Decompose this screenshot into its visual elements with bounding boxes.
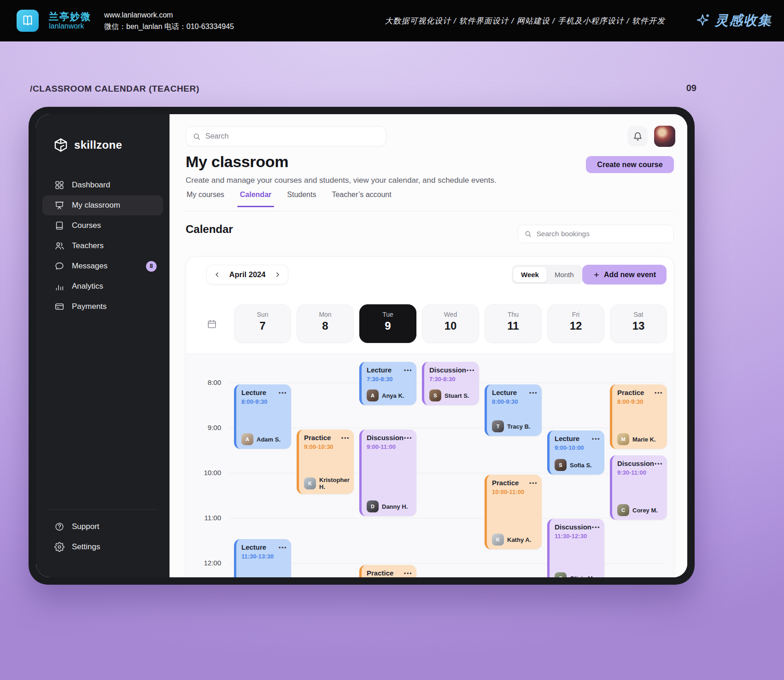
search-input[interactable] — [205, 132, 380, 140]
sidebar-item-settings[interactable]: Settings — [42, 537, 163, 557]
event-card-sun-lecture-8-00-9-30[interactable]: Lecture•••8:00-9:30AAdam S. — [234, 384, 291, 449]
next-month-button[interactable] — [273, 270, 282, 279]
app-window-frame: skillzone DashboardMy classroomCoursesTe… — [29, 107, 695, 585]
event-menu-button[interactable]: ••• — [592, 435, 600, 442]
profile-avatar[interactable] — [654, 126, 675, 147]
event-menu-button[interactable]: ••• — [529, 479, 538, 486]
event-menu-button[interactable]: ••• — [279, 389, 287, 396]
student-name: Olivia M. — [570, 575, 594, 578]
sidebar-item-teachers[interactable]: Teachers — [42, 236, 163, 256]
event-title: Lecture — [241, 543, 266, 551]
sidebar-item-label: Courses — [72, 221, 101, 230]
tab-bar-divider — [186, 211, 674, 211]
plus-icon — [593, 271, 600, 279]
event-time: 7:30-8:30 — [367, 376, 412, 383]
event-card-tue-discussion-9-00-11-00[interactable]: Discussion•••9:00-11:00DDanny H. — [359, 430, 416, 516]
event-menu-button[interactable]: ••• — [655, 389, 663, 396]
view-option-month[interactable]: Month — [547, 267, 582, 282]
search-bookings-input[interactable] — [536, 230, 667, 238]
sidebar-item-label: Dashboard — [72, 180, 110, 190]
day-name: Thu — [508, 311, 519, 318]
tab-my-courses[interactable]: My courses — [186, 191, 225, 207]
sidebar-item-payments[interactable]: Payments — [42, 296, 163, 317]
day-number: 12 — [570, 320, 582, 332]
event-card-mon-practice-9-00-10-30[interactable]: Practice•••9:00-10:30KKristopher H. — [297, 430, 354, 494]
tab-teacher-s-account[interactable]: Teacher’s account — [331, 191, 392, 207]
help-icon — [54, 522, 64, 532]
skillzone-logo-text: skillzone — [74, 139, 122, 151]
event-card-tue-lecture-7-30-8-30[interactable]: Lecture•••7:30-8:30AAnya K. — [359, 362, 416, 405]
student-avatar: S — [555, 459, 567, 471]
student-avatar: C — [617, 504, 629, 516]
event-time: 9:30-11:00 — [617, 469, 663, 476]
view-option-week[interactable]: Week — [513, 267, 547, 282]
prev-month-button[interactable] — [213, 270, 222, 279]
student-avatar: A — [367, 389, 379, 401]
student-name: Tracy B. — [507, 423, 531, 430]
event-student: AAdam S. — [241, 433, 287, 445]
event-card-wed-discussion-7-30-8-30[interactable]: Discussion•••7:30-8:30SStuart S. — [422, 362, 479, 405]
event-time: 11:30-12:30 — [555, 533, 600, 540]
event-student: KKristopher H. — [304, 477, 350, 490]
student-avatar: T — [492, 420, 504, 432]
day-name: Fri — [572, 311, 579, 318]
event-card-thu-practice-10-00-11-00[interactable]: Practice•••10:00-11:00KKathy A. — [485, 475, 542, 549]
event-card-thu-lecture-8-00-9-30[interactable]: Lecture•••8:00-9:30TTracy B. — [485, 384, 542, 436]
event-menu-button[interactable]: ••• — [279, 543, 287, 551]
event-title: Lecture — [367, 366, 392, 374]
event-title: Discussion — [367, 434, 404, 442]
skillzone-logo: skillzone — [53, 137, 122, 153]
event-student: CCorey M. — [617, 504, 663, 516]
day-pill-tue[interactable]: Tue9 — [359, 304, 416, 343]
event-menu-button[interactable]: ••• — [592, 523, 600, 530]
notifications-button[interactable] — [627, 126, 648, 146]
contact-line: 微信：ben_lanlan 电话：010-63334945 — [104, 22, 234, 31]
event-menu-button[interactable]: ••• — [467, 366, 475, 373]
event-card-sat-discussion-9-30-11-00[interactable]: Discussion•••9:30-11:00CCorey M. — [610, 455, 667, 520]
event-menu-button[interactable]: ••• — [404, 366, 412, 373]
search-bookings[interactable] — [518, 225, 674, 243]
grid-icon — [54, 180, 64, 190]
add-new-event-button[interactable]: Add new event — [582, 265, 667, 285]
day-pill-thu[interactable]: Thu11 — [485, 304, 542, 343]
event-card-fri-lecture-9-00-10-00[interactable]: Lecture•••9:00-10:00SSofia S. — [547, 430, 604, 475]
cube-logo-icon — [53, 137, 69, 153]
card-icon — [54, 302, 64, 312]
day-number: 11 — [507, 320, 519, 332]
sidebar-item-messages[interactable]: Messages8 — [42, 256, 163, 276]
event-menu-button[interactable]: ••• — [341, 434, 350, 441]
day-pill-mon[interactable]: Mon8 — [297, 304, 354, 343]
sidebar-item-label: Settings — [72, 542, 100, 552]
event-menu-button[interactable]: ••• — [404, 434, 412, 441]
day-number: 10 — [445, 320, 457, 332]
event-header: Lecture••• — [492, 389, 538, 396]
sidebar-item-courses[interactable]: Courses — [42, 215, 163, 236]
event-menu-button[interactable]: ••• — [404, 569, 412, 576]
sidebar-item-my-classroom[interactable]: My classroom — [42, 195, 163, 215]
day-pill-sat[interactable]: Sat13 — [610, 304, 667, 343]
event-card-fri-discussion-11-30-12-30[interactable]: Discussion•••11:30-12:30OOlivia M. — [547, 519, 604, 577]
day-pill-wed[interactable]: Wed10 — [422, 304, 479, 343]
sidebar-item-analytics[interactable]: Analytics — [42, 276, 163, 296]
student-name: Danny H. — [382, 503, 408, 510]
event-card-sun-lecture-11-30-13-30[interactable]: Lecture•••11:30-13:30 — [234, 539, 291, 577]
website-url: www.lanlanwork.com — [104, 11, 234, 19]
tab-calendar[interactable]: Calendar — [239, 191, 272, 207]
brand-name-cn: 兰亭妙微 — [49, 11, 91, 22]
event-menu-button[interactable]: ••• — [529, 389, 538, 396]
event-card-tue-practice-12-00-13-00[interactable]: Practice•••12:00-13:00 — [359, 565, 416, 577]
tab-students[interactable]: Students — [286, 191, 317, 207]
page-title: My classroom — [186, 153, 288, 171]
create-new-course-button[interactable]: Create new course — [586, 156, 674, 173]
day-pill-sun[interactable]: Sun7 — [234, 304, 291, 343]
event-menu-button[interactable]: ••• — [655, 459, 663, 467]
sidebar-item-dashboard[interactable]: Dashboard — [42, 175, 163, 195]
global-search[interactable] — [186, 126, 386, 146]
event-card-sat-practice-8-00-9-30[interactable]: Practice•••8:00-9:30MMarie K. — [610, 384, 667, 449]
event-header: Practice••• — [367, 569, 412, 577]
day-pill-fri[interactable]: Fri12 — [547, 304, 604, 343]
event-time: 9:00-10:00 — [555, 444, 600, 451]
sidebar-item-support[interactable]: Support — [42, 517, 163, 537]
sidebar-item-label: Analytics — [72, 282, 103, 291]
view-toggle: WeekMonth — [512, 265, 583, 284]
